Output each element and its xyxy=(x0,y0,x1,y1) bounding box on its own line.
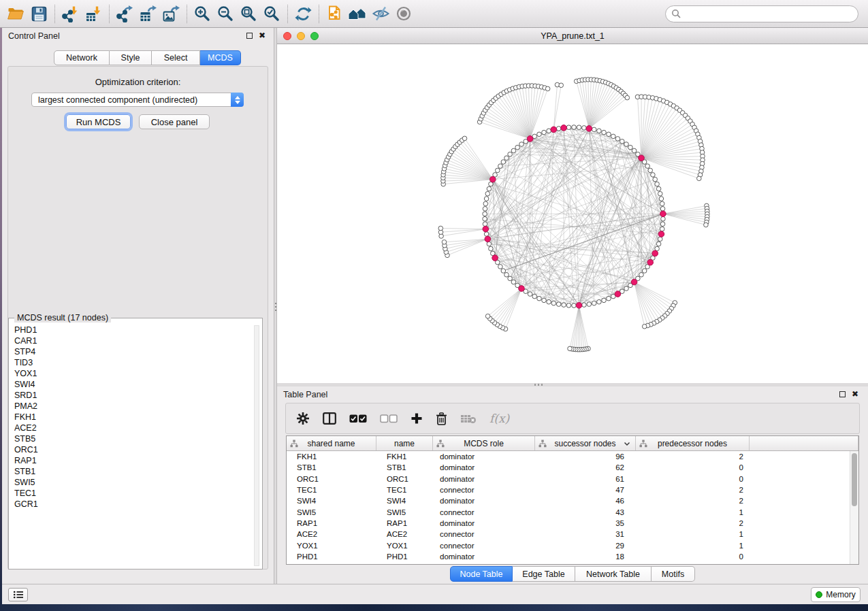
export-image-icon xyxy=(162,5,180,22)
mcds-result-node[interactable]: ORC1 xyxy=(14,444,253,455)
add-row-button[interactable] xyxy=(411,412,423,425)
zoom-selected-button[interactable] xyxy=(261,3,282,24)
delete-rows-button[interactable] xyxy=(436,412,447,425)
cell-shared-name: STB1 xyxy=(287,463,376,472)
mcds-result-node[interactable]: TEC1 xyxy=(14,488,253,499)
mcds-result-node[interactable]: SRD1 xyxy=(14,390,253,401)
mcds-result-node[interactable]: CAR1 xyxy=(14,335,253,346)
table-row[interactable]: PHD1 PHD1 dominator 18 0 xyxy=(287,551,850,562)
table-scrollbar[interactable] xyxy=(850,451,858,564)
main-toolbar xyxy=(0,0,868,28)
memory-button[interactable]: Memory xyxy=(811,587,861,602)
tab-style[interactable]: Style xyxy=(110,50,152,65)
zoom-in-button[interactable] xyxy=(192,3,212,24)
fx-icon: f(x) xyxy=(489,412,509,425)
mcds-list-scrollbar[interactable] xyxy=(254,325,259,566)
cell-successor-nodes: 47 xyxy=(535,486,636,494)
mcds-result-node[interactable]: STP4 xyxy=(14,346,253,357)
show-column-button[interactable] xyxy=(323,412,336,425)
zoom-out-button[interactable] xyxy=(215,3,236,24)
new-network-from-selection-button[interactable] xyxy=(324,3,344,24)
deselect-all-button[interactable] xyxy=(380,414,398,423)
save-disk-icon xyxy=(31,5,48,22)
column-header-predecessor-nodes[interactable]: predecessor nodes xyxy=(636,436,750,450)
network-graph[interactable] xyxy=(277,44,868,383)
float-window-icon[interactable] xyxy=(839,391,846,397)
table-row[interactable]: TEC1 TEC1 connector 47 2 xyxy=(287,484,850,495)
table-row[interactable]: SWI5 SWI5 connector 43 1 xyxy=(287,506,850,517)
tab-edge-table[interactable]: Edge Table xyxy=(513,566,575,582)
select-all-button[interactable] xyxy=(349,414,367,423)
mcds-result-node[interactable]: STB1 xyxy=(14,466,253,477)
tab-mcds[interactable]: MCDS xyxy=(200,50,241,65)
mcds-result-node[interactable]: ACE2 xyxy=(14,423,253,433)
mcds-result-node[interactable]: GCR1 xyxy=(14,499,253,510)
table-options-button[interactable] xyxy=(296,412,310,425)
close-panel-icon[interactable]: ✖ xyxy=(259,32,266,39)
cell-successor-nodes: 46 xyxy=(535,497,636,505)
tab-network-table[interactable]: Network Table xyxy=(575,566,652,582)
mcds-result-node[interactable]: FKH1 xyxy=(14,412,253,423)
tab-select[interactable]: Select xyxy=(152,50,200,65)
table-row[interactable]: ORC1 ORC1 dominator 61 0 xyxy=(287,474,850,484)
close-panel-icon[interactable]: ✖ xyxy=(852,391,858,397)
mcds-result-node[interactable]: RAP1 xyxy=(14,455,253,466)
splitter-grip-icon xyxy=(275,303,276,312)
save-session-button[interactable] xyxy=(29,3,49,24)
export-table-button[interactable] xyxy=(138,3,158,24)
houses-icon xyxy=(348,5,367,22)
tab-node-table[interactable]: Node Table xyxy=(450,566,513,582)
export-image-button[interactable] xyxy=(161,3,181,24)
mcds-result-node[interactable]: SWI5 xyxy=(14,477,253,488)
task-list-icon xyxy=(13,590,24,599)
cell-name: YOX1 xyxy=(376,542,433,550)
cell-name: ORC1 xyxy=(376,475,433,483)
table-row[interactable]: ACE2 ACE2 connector 31 1 xyxy=(287,529,850,540)
table-panel-window-controls: ✖ xyxy=(839,391,858,397)
column-header-successor-nodes[interactable]: successor nodes xyxy=(535,436,636,450)
search-input[interactable] xyxy=(681,7,858,20)
tab-network[interactable]: Network xyxy=(54,50,110,65)
table-row[interactable]: YOX1 YOX1 connector 29 1 xyxy=(287,540,850,550)
mcds-result-node[interactable]: STB5 xyxy=(14,433,253,444)
import-table-button[interactable] xyxy=(83,3,103,24)
hide-graphics-details-button[interactable] xyxy=(370,3,391,24)
task-history-button[interactable] xyxy=(8,588,28,601)
mcds-result-node[interactable]: PMA2 xyxy=(14,401,253,412)
table-row[interactable]: SWI4 SWI4 dominator 46 2 xyxy=(287,495,850,506)
refresh-layout-button[interactable] xyxy=(293,3,313,24)
export-table-icon xyxy=(139,5,157,22)
table-scrollbar-thumb[interactable] xyxy=(852,453,857,506)
mcds-result-node[interactable]: PHD1 xyxy=(14,325,253,335)
column-header-filler xyxy=(750,436,858,450)
status-bar: Memory xyxy=(2,584,868,604)
open-session-button[interactable] xyxy=(5,3,26,24)
toolbar-separator xyxy=(187,5,187,23)
mcds-result-node[interactable]: YOX1 xyxy=(14,368,253,379)
mcds-result-node[interactable]: TID3 xyxy=(14,357,253,368)
mcds-result-node[interactable]: SWI4 xyxy=(14,379,253,390)
cell-successor-nodes: 29 xyxy=(535,542,636,550)
table-row[interactable]: RAP1 RAP1 dominator 35 2 xyxy=(287,518,850,529)
float-window-icon[interactable] xyxy=(246,33,253,39)
close-panel-button[interactable]: Close panel xyxy=(139,114,210,129)
cell-name: STB1 xyxy=(376,463,433,472)
export-network-button[interactable] xyxy=(114,3,135,24)
cell-name: SWI4 xyxy=(376,497,433,505)
optimization-criterion-select[interactable]: largest connected component (undirected) xyxy=(31,93,244,107)
cell-predecessor-nodes: 0 xyxy=(636,463,750,472)
table-row[interactable]: STB1 STB1 dominator 62 0 xyxy=(287,462,850,473)
search-field[interactable] xyxy=(665,5,858,22)
column-header-name[interactable]: name xyxy=(376,436,433,450)
column-header-shared-name[interactable]: shared name xyxy=(287,436,376,450)
table-row[interactable]: FKH1 FKH1 dominator 96 2 xyxy=(287,451,850,462)
network-overview-button[interactable] xyxy=(347,3,368,24)
import-network-button[interactable] xyxy=(60,3,80,24)
run-mcds-button[interactable]: Run MCDS xyxy=(66,114,131,129)
mcds-result-list: PHD1CAR1STP4TID3YOX1SWI4SRD1PMA2FKH1ACE2… xyxy=(14,321,253,566)
show-graphics-details-button[interactable] xyxy=(393,3,414,24)
tab-motifs[interactable]: Motifs xyxy=(652,566,695,582)
column-header-mcds-role[interactable]: MCDS role xyxy=(433,436,535,450)
cell-successor-nodes: 62 xyxy=(535,463,636,472)
zoom-fit-button[interactable] xyxy=(238,3,259,24)
